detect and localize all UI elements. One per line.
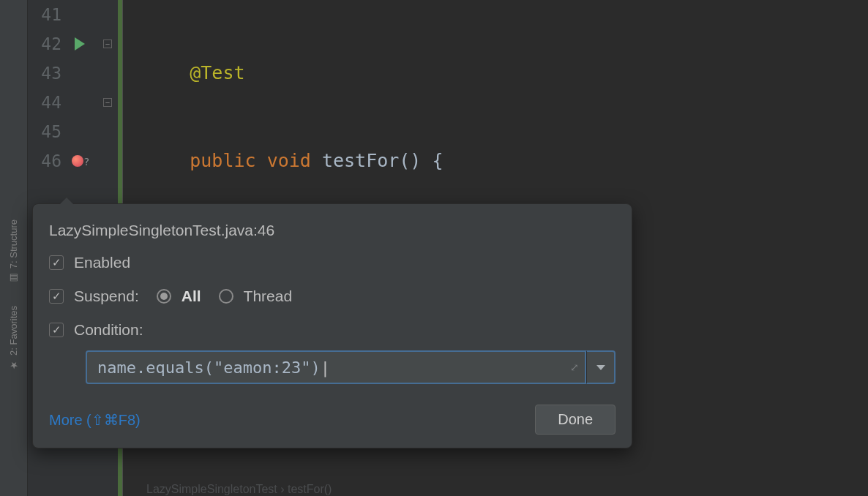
done-button[interactable]: Done [535, 405, 616, 435]
popup-title: LazySimpleSingletonTest.java:46 [49, 222, 616, 239]
suspend-row: Suspend: All Thread [49, 288, 616, 305]
enabled-row: Enabled [49, 254, 616, 271]
line-number: 46 [35, 151, 61, 170]
breadcrumb-class[interactable]: LazySimpleSingletonTest [146, 483, 277, 495]
condition-input[interactable]: name.equals("eamon:23")| ⤢ [86, 350, 586, 384]
structure-tool-button[interactable]: ▤ 7: Structure [8, 219, 19, 284]
popup-arrow [59, 198, 74, 205]
structure-label: 7: Structure [8, 219, 19, 268]
line-number: 42 [35, 34, 61, 53]
suspend-thread-label: Thread [244, 288, 293, 305]
left-tool-strip: ▤ 7: Structure ★ 2: Favorites [0, 0, 28, 496]
condition-value: name.equals("eamon:23") [97, 358, 321, 377]
gutter-line-44[interactable]: 44 − [28, 88, 122, 117]
ide-root: ▤ 7: Structure ★ 2: Favorites 41 42 − 43… [0, 0, 868, 496]
code-line-42[interactable]: public void testFor() { [123, 146, 868, 176]
expand-icon[interactable]: ⤢ [570, 361, 579, 373]
enabled-checkbox[interactable] [49, 255, 64, 270]
enabled-label: Enabled [74, 254, 130, 271]
popup-footer: More (⇧⌘F8) Done [49, 405, 616, 435]
more-link[interactable]: More (⇧⌘F8) [49, 411, 141, 429]
condition-label: Condition: [74, 321, 143, 339]
text-caret: | [321, 358, 330, 377]
gutter-line-46[interactable]: 46 ? [28, 146, 122, 176]
line-number: 44 [35, 93, 61, 112]
suspend-thread-radio[interactable] [219, 289, 233, 304]
gutter-line-43[interactable]: 43 [28, 59, 122, 88]
gutter-line-45[interactable]: 45 [28, 117, 122, 146]
fold-icon[interactable]: − [103, 98, 112, 107]
chevron-down-icon [596, 365, 605, 370]
line-number: 43 [35, 64, 61, 83]
fold-icon[interactable]: − [103, 40, 112, 48]
line-number: 45 [35, 122, 61, 141]
run-test-icon[interactable] [75, 37, 85, 50]
favorites-tool-button[interactable]: ★ 2: Favorites [8, 306, 19, 371]
suspend-all-label: All [182, 288, 201, 305]
suspend-checkbox[interactable] [49, 289, 64, 304]
gutter-line-42[interactable]: 42 − [28, 29, 122, 59]
favorites-label: 2: Favorites [8, 306, 19, 356]
annotation: @Test [190, 62, 244, 83]
code-line-41[interactable]: @Test [123, 59, 868, 88]
structure-icon: ▤ [8, 273, 19, 284]
condition-row: Condition: [49, 321, 616, 339]
breakpoint-icon[interactable] [72, 155, 83, 167]
condition-checkbox[interactable] [49, 323, 64, 337]
conditional-breakpoint-indicator: ? [83, 156, 89, 168]
gutter-line-41[interactable]: 41 [28, 0, 122, 29]
suspend-all-radio[interactable] [157, 289, 171, 304]
breadcrumb-separator: › [277, 483, 288, 495]
suspend-label: Suspend: [74, 288, 139, 305]
condition-input-wrap: name.equals("eamon:23")| ⤢ [86, 350, 616, 384]
breadcrumb-method[interactable]: testFor() [288, 483, 332, 495]
breadcrumb[interactable]: LazySimpleSingletonTest › testFor() [146, 483, 332, 496]
line-number: 41 [35, 5, 61, 24]
star-icon: ★ [8, 360, 19, 371]
condition-history-dropdown[interactable] [586, 350, 616, 384]
breakpoint-popup: LazySimpleSingletonTest.java:46 Enabled … [32, 203, 632, 448]
